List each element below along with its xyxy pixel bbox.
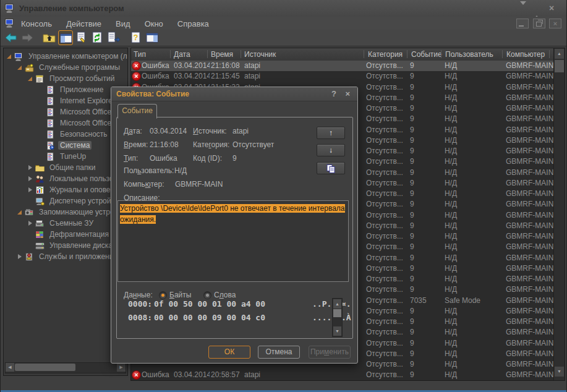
tree-horizontal-scrollbar[interactable]: ◀ ▶ <box>5 362 126 373</box>
expand-open-icon[interactable] <box>16 64 24 72</box>
computer-management-window: Управление компьютером × КонсольДействие… <box>0 0 567 392</box>
scroll-down-icon[interactable]: ▼ <box>555 367 564 377</box>
refresh-button[interactable] <box>90 30 105 45</box>
apply-button[interactable]: Применить <box>309 346 351 359</box>
column-header-3[interactable]: Время <box>211 48 233 61</box>
menu-item-5[interactable]: Справка <box>173 17 213 30</box>
tree-item-18[interactable]: Управление дисками <box>4 240 127 251</box>
column-separator[interactable] <box>207 50 208 58</box>
scroll-up-icon[interactable]: ▲ <box>555 49 564 59</box>
tree-item-3[interactable]: Просмотр событий <box>4 73 127 84</box>
tab-event[interactable]: Событие <box>117 104 157 119</box>
tree-item-19[interactable]: Службы и приложения <box>4 251 127 262</box>
previous-event-button[interactable]: ↑ <box>317 127 345 139</box>
next-event-button[interactable]: ↓ <box>317 144 345 156</box>
hex-address: 0008: <box>128 311 154 325</box>
tree-item-5[interactable]: Internet Explorer <box>4 95 127 106</box>
expand-closed-icon[interactable] <box>27 164 35 172</box>
hex-data-view[interactable]: 0000:0f 00 50 00 01 00 a4 00..P...¤.0008… <box>128 297 329 325</box>
event-row-1[interactable]: Ошибка03.04.201421:16:08atapiОтсутств...… <box>131 61 554 71</box>
column-separator[interactable] <box>407 50 407 58</box>
copy-event-button[interactable] <box>317 162 345 174</box>
list-vertical-scrollbar[interactable]: ▲ ▼ <box>553 48 565 380</box>
mdi-restore-button[interactable] <box>533 19 545 28</box>
hex-bytes: 00 00 00 00 09 00 04 c0 <box>154 311 312 325</box>
tree-item-11[interactable]: Общие папки <box>4 162 127 173</box>
show-console-tree-button[interactable] <box>58 30 73 45</box>
scroll-thumb[interactable] <box>333 309 341 317</box>
menu-item-2[interactable]: Действие <box>62 17 106 30</box>
services-icon <box>25 252 34 262</box>
export-list-button[interactable] <box>106 30 121 45</box>
scroll-up-icon[interactable]: ▲ <box>333 299 341 309</box>
cancel-button[interactable]: Отмена <box>258 346 300 359</box>
tree-item-1[interactable]: Управление компьютером (локал <box>4 51 127 62</box>
properties-button[interactable] <box>74 30 89 45</box>
tree-item-8[interactable]: Безопасность <box>4 129 127 140</box>
expand-closed-icon[interactable] <box>27 186 35 194</box>
cell-computer: GBMRF-MAIN <box>506 338 554 349</box>
tree-item-7[interactable]: Microsoft Office S <box>4 117 127 129</box>
expand-closed-icon[interactable] <box>16 253 24 261</box>
show-action-pane-button[interactable] <box>145 30 160 45</box>
event-row-30[interactable]: Ошибка03.04.201420:58:57atapiОтсутств...… <box>131 370 554 380</box>
column-header-4[interactable]: Источник <box>244 48 276 61</box>
dialog-help-button[interactable]: ? <box>331 87 336 101</box>
tree-item-6[interactable]: Microsoft Office D <box>4 106 127 117</box>
description-box[interactable]: Устройство \Device\Ide\IdePort0 не отвеч… <box>117 200 349 282</box>
tree-item-14[interactable]: Диспетчер устройств <box>4 195 127 207</box>
column-separator[interactable] <box>549 50 550 58</box>
expand-open-icon[interactable] <box>27 75 35 83</box>
menu-item-3[interactable]: Вид <box>111 17 135 30</box>
column-separator[interactable] <box>241 50 241 58</box>
forward-button[interactable] <box>20 30 35 45</box>
menu-item-1[interactable]: Консоль <box>17 17 56 30</box>
column-separator[interactable] <box>364 50 364 58</box>
up-one-level-button[interactable] <box>42 30 57 45</box>
device-manager-icon <box>35 197 45 206</box>
column-header-2[interactable]: Дата <box>174 48 190 61</box>
scroll-down-icon[interactable]: ▼ <box>333 326 341 336</box>
tree-item-13[interactable]: Журналы и оповещен <box>4 184 127 195</box>
console-window-icon <box>5 18 15 28</box>
column-header-7[interactable]: Пользователь <box>445 48 493 61</box>
minimize-button[interactable] <box>518 5 528 12</box>
scroll-thumb[interactable] <box>15 364 75 371</box>
ok-button[interactable]: ОК <box>208 346 250 359</box>
help-button[interactable]: ? <box>129 30 143 45</box>
mdi-close-button[interactable]: × <box>549 19 561 28</box>
arrow-down-icon: ↓ <box>329 146 333 155</box>
expand-open-icon[interactable] <box>6 53 14 61</box>
tree-item-15[interactable]: Запоминающие устройств <box>4 207 127 218</box>
tree-item-16[interactable]: Съемные ЗУ <box>4 218 127 229</box>
scroll-thumb[interactable] <box>555 60 564 72</box>
mdi-minimize-button[interactable] <box>516 19 529 28</box>
dialog-close-button[interactable]: × <box>345 87 350 101</box>
expand-closed-icon[interactable] <box>27 219 35 228</box>
tree-item-2[interactable]: Служебные программы <box>4 62 127 73</box>
maximize-button[interactable] <box>532 5 542 12</box>
event-row-2[interactable]: Ошибка03.04.201421:15:45atapiОтсутств...… <box>131 71 554 82</box>
back-button[interactable] <box>4 30 19 45</box>
tree-item-9[interactable]: Система <box>4 140 127 151</box>
scroll-left-icon[interactable]: ◀ <box>6 363 14 372</box>
column-separator[interactable] <box>170 50 171 58</box>
expand-closed-icon[interactable] <box>27 175 35 183</box>
cell-user: Н/Д <box>445 359 501 370</box>
menu-item-4[interactable]: Окно <box>140 17 168 30</box>
close-button[interactable]: × <box>547 4 556 12</box>
cell-computer: GBMRF-MAIN <box>506 263 554 274</box>
tree-item-10[interactable]: TuneUp <box>4 151 127 162</box>
column-header-6[interactable]: Событие <box>411 48 442 61</box>
column-separator[interactable] <box>502 50 503 58</box>
expand-open-icon[interactable] <box>16 208 24 216</box>
scroll-right-icon[interactable]: ▶ <box>117 363 126 372</box>
column-header-1[interactable]: Тип <box>134 48 146 61</box>
tree-item-17[interactable]: Дефрагментация дис <box>4 229 127 240</box>
hex-scrollbar[interactable]: ▲ ▼ <box>332 298 343 337</box>
tree-item-12[interactable]: Локальные пользова <box>4 173 127 184</box>
column-header-8[interactable]: Компьютер <box>506 48 545 61</box>
tree-item-4[interactable]: Приложение <box>4 84 127 95</box>
column-separator[interactable] <box>441 50 441 58</box>
column-header-5[interactable]: Категория <box>368 48 403 61</box>
